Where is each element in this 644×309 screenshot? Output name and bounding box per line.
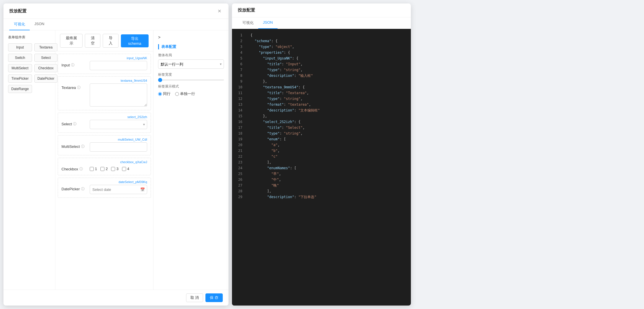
clear-button[interactable]: 清空 [85,34,100,48]
radio-inline[interactable]: 同行 [158,91,171,96]
panel-section-title: 表单配置 [158,44,224,49]
component-multiselect[interactable]: MultiSelect [8,64,32,72]
save-button[interactable]: 保 存 [205,293,223,302]
left-modal-title: 投放配置 [9,8,27,14]
line-numbers: 1 2 3 4 5 6 7 8 9 10 11 12 13 14 15 16 1 [232,29,246,306]
form-row-select: Select ⓘ ▾ [61,120,147,129]
code-line-16: "select_2S2izh": { [250,119,406,125]
form-field-select[interactable]: select_2S2izh Select ⓘ ▾ [58,113,151,133]
form-canvas: input_UgsaNK Input ⓘ textarea_9mmUS4 Tex… [55,51,153,290]
code-line-15: }, [250,113,406,119]
code-line-13: "format": "textarea", [250,102,406,107]
code-line-18: "type": "string", [250,131,406,136]
right-modal: 投放配置 可视化 JSON 1 2 3 4 5 6 7 8 9 10 11 1 [232,3,411,306]
multiselect-field[interactable] [90,142,147,152]
code-line-28: ], [250,188,406,194]
component-switch[interactable]: Switch [8,54,32,62]
left-modal-body: 表单组件库 Input Textarea Switch Select Multi… [3,30,229,290]
export-schema-button[interactable]: 导出schema [121,34,149,47]
code-line-24: "enumNames": [ [250,165,406,171]
final-display-button[interactable]: 最终展示 [60,34,83,48]
field-id-multiselect: multiSelect_UW_CdI [61,138,147,141]
field-id-datepicker: dateSelect_pM39Kq [61,180,147,184]
code-line-11: "title": "Textarea", [250,90,406,96]
component-datepicker[interactable]: DatePicker [34,75,58,83]
label-textarea: Textarea ⓘ [61,83,87,90]
calendar-icon: 📅 [140,187,145,192]
component-library: 表单组件库 Input Textarea Switch Select Multi… [3,30,55,290]
checkbox-item-2[interactable]: 2 [100,167,108,171]
left-modal-footer: 取 消 保 存 [3,290,229,306]
code-line-25: "早", [250,171,406,177]
json-editor: 1 2 3 4 5 6 7 8 9 10 11 12 13 14 15 16 1 [232,29,411,306]
radio-single-line[interactable]: 单独一行 [175,91,195,96]
component-checkbox[interactable]: Checkbox [34,64,58,72]
component-input[interactable]: Input [8,43,32,51]
component-grid: Input Textarea Switch Select MultiSelect… [8,43,50,93]
checkbox-group: 1 2 3 4 [90,165,129,171]
right-modal-body: 1 2 3 4 5 6 7 8 9 10 11 12 13 14 15 16 1 [232,29,411,306]
tab-visual-left[interactable]: 可视化 [9,19,30,30]
select-wrapper: ▾ [90,120,147,129]
checkbox-item-1[interactable]: 1 [90,167,97,171]
form-row-multiselect: MultiSelect ⓘ [61,142,147,152]
code-line-20: "a", [250,142,406,148]
form-field-input[interactable]: input_UgsaNK Input ⓘ [58,54,151,74]
radio-group-label-display: 同行 单独一行 [158,91,224,96]
code-line-17: "title": "Select", [250,125,406,131]
code-line-2: "schema": { [250,38,406,44]
code-line-3: "type": "object", [250,44,406,50]
checkbox-item-3[interactable]: 3 [111,167,118,171]
code-line-9: }, [250,79,406,84]
expand-button[interactable]: > [158,35,164,41]
form-field-checkbox[interactable]: checkbox_qXaCwJ Checkbox ⓘ 1 2 3 4 [58,158,151,175]
code-line-27: "晚" [250,183,406,188]
component-timepicker[interactable]: TimePicker [8,75,32,83]
code-line-10: "textarea_9mmUS4": { [250,84,406,90]
code-line-23: ], [250,159,406,165]
select-field[interactable] [90,120,147,129]
tab-json-left[interactable]: JSON [30,19,49,30]
form-row-datepicker: DatePicker ⓘ 📅 [61,185,147,194]
info-icon-checkbox: ⓘ [79,167,83,172]
info-icon-datepicker: ⓘ [81,187,85,191]
slider-container [158,79,224,81]
tab-visual-right[interactable]: 可视化 [238,17,258,29]
textarea-field[interactable] [90,83,147,107]
layout-select[interactable]: 默认一行一列 [158,59,224,69]
info-icon-multiselect: ⓘ [81,144,85,149]
form-field-datepicker[interactable]: dateSelect_pM39Kq DatePicker ⓘ 📅 [58,178,151,198]
tab-json-right[interactable]: JSON [258,17,278,29]
component-daterange[interactable]: DateRange [8,85,32,93]
code-line-12: "type": "string", [250,96,406,102]
component-textarea[interactable]: Textarea [34,43,58,51]
info-icon-textarea: ⓘ [77,85,80,90]
code-line-8: "description": "输入框" [250,73,406,79]
datepicker-input[interactable] [90,185,147,194]
left-modal: 投放配置 ✕ 可视化 JSON 表单组件库 Input Textarea Swi… [3,3,229,306]
input-field[interactable] [90,61,147,70]
code-line-14: "description": "文本编辑框" [250,107,406,113]
label-width-slider[interactable] [158,79,224,81]
layout-label: 整体布局 [158,53,224,58]
left-tabs: 可视化 JSON [3,19,229,30]
component-select[interactable]: Select [34,54,58,62]
toolbar: 最终展示 清空 导入 导出schema [55,30,153,51]
code-content: { "schema": { "type": "object", "propert… [246,29,411,306]
label-input: Input ⓘ [61,61,87,68]
import-button[interactable]: 导入 [103,34,118,48]
library-title: 表单组件库 [8,35,50,40]
code-line-6: "title": "Input", [250,61,406,67]
datepicker-wrapper: 📅 [90,185,147,194]
code-line-26: "中", [250,177,406,183]
properties-panel: > 表单配置 整体布局 默认一行一列 ▾ 标签宽度 标签展示模式 同行 单独一行 [153,30,229,290]
close-button[interactable]: ✕ [216,8,223,14]
right-modal-title: 投放配置 [238,8,255,13]
field-id-select: select_2S2izh [61,115,147,119]
form-field-multiselect[interactable]: multiSelect_UW_CdI MultiSelect ⓘ [58,135,151,155]
cancel-button[interactable]: 取 消 [186,293,203,302]
info-icon-select: ⓘ [73,122,76,126]
field-id-input: input_UgsaNK [61,56,147,60]
checkbox-item-4[interactable]: 4 [122,167,129,171]
form-field-textarea[interactable]: textarea_9mmUS4 Textarea ⓘ [58,76,151,110]
